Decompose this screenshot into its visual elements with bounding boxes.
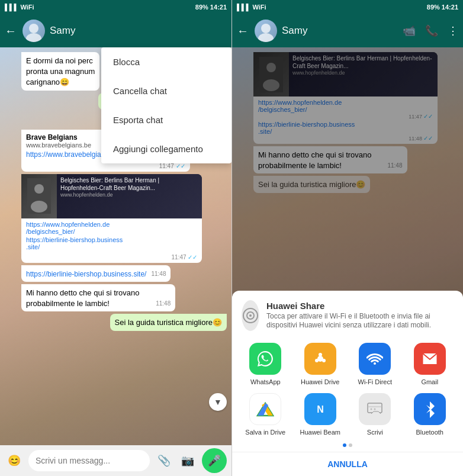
wifi-icon: WiFi [20, 4, 34, 11]
avatar-left [22, 20, 45, 42]
cancel-button[interactable]: ANNULLA [232, 452, 463, 476]
card-bubble-2: Belgisches Bier: Berlins Bar Herman | Ho… [21, 174, 202, 263]
msg-bubble-1: E dormi da noi percpronta una magnumcari… [21, 52, 99, 91]
left-panel: ▌▌▌ WiFi 89% 14:21 ← Samy E dormi da noi… [0, 0, 232, 476]
status-bar-right: ▌▌▌ WiFi 89% 14:21 [232, 0, 463, 14]
contact-name-left: Samy [50, 25, 227, 37]
menu-item-esporta[interactable]: Esporta chat [101, 105, 232, 134]
chat-area-right: Belgisches Bier: Berlins Bar Herman | Ho… [232, 47, 463, 476]
card2-link1[interactable]: https://www.hopfenhelden.de/belgisches_b… [26, 221, 197, 235]
wifi-icon-r: WiFi [252, 4, 266, 11]
svg-point-15 [322, 359, 326, 362]
status-right: 89% 14:21 [195, 4, 227, 11]
msg-row-4: Belgisches Bier: Berlins Bar Herman | Ho… [5, 174, 227, 263]
msg-bubble-7: Sei la guida turistica migliore😊 [110, 314, 227, 330]
svg-point-5 [261, 24, 271, 33]
status-right-r: 89% 14:21 [427, 4, 458, 11]
msg-row-5: https://bierlinie-biershop.business.site… [5, 265, 227, 282]
msg-bubble-5: https://bierlinie-biershop.business.site… [21, 265, 171, 282]
share-overlay: Huawei Share Tocca per attivare il Wi-Fi… [232, 47, 463, 476]
msg-time-6: 11:48 [156, 300, 171, 308]
gmail-icon [414, 343, 446, 375]
svg-point-14 [319, 353, 322, 356]
share-bluetooth[interactable]: Bluetooth [406, 393, 454, 436]
battery-status: 89% [195, 4, 208, 11]
huawei-beam-label: Huawei Beam [300, 429, 340, 436]
share-huawei-beam[interactable]: N Huawei Beam [297, 393, 345, 436]
time-left: 14:21 [210, 4, 227, 11]
menu-item-aggiungi[interactable]: Aggiungi collegamento [101, 134, 232, 163]
chat-input-bar: 😊 📎 📷 🎤 [0, 445, 232, 476]
whatsapp-icon [249, 343, 281, 375]
time-right: 14:21 [442, 4, 458, 11]
right-panel: ▌▌▌ WiFi 89% 14:21 ← Samy 📹 📞 ⋮ [232, 0, 463, 476]
svg-point-16 [315, 359, 319, 362]
dot-1 [343, 443, 346, 447]
header-icons-right: 📹 📞 ⋮ [403, 24, 458, 37]
svg-point-6 [258, 33, 274, 42]
card2-link2[interactable]: https://bierlinie-biershop.business.site… [26, 236, 197, 250]
bluetooth-label: Bluetooth [416, 429, 443, 436]
wifi-direct-icon [359, 343, 391, 375]
huawei-share-text: Huawei Share Tocca per attivare il Wi-Fi… [266, 301, 454, 330]
card2-title: Belgisches Bier: Berlins Bar Herman | Ho… [60, 176, 198, 192]
chat-header-left: ← Samy [0, 14, 232, 47]
context-menu: Blocca Cancella chat Esporta chat Aggiun… [101, 47, 232, 163]
msg-text-6: Mi hanno detto che qui si trovano probab… [26, 288, 140, 308]
msg-row-6: Mi hanno detto che qui si trovano probab… [5, 284, 227, 311]
svg-point-4 [31, 201, 47, 213]
signal-icon-r: ▌▌▌ [237, 4, 250, 11]
share-wifi-direct[interactable]: Wi-Fi Direct [351, 343, 399, 386]
attach-button[interactable]: 📎 [155, 451, 173, 470]
huawei-share-icon [242, 300, 259, 331]
mic-button[interactable]: 🎤 [202, 448, 227, 473]
video-call-icon[interactable]: 📹 [403, 24, 416, 37]
svg-point-3 [34, 184, 44, 194]
msg-text-1: E dormi da noi percpronta una magnumcari… [26, 56, 95, 88]
more-options-icon[interactable]: ⋮ [448, 24, 458, 37]
call-icon[interactable]: 📞 [425, 24, 438, 37]
wifi-direct-label: Wi-Fi Direct [358, 378, 392, 386]
status-left: ▌▌▌ WiFi [5, 4, 34, 11]
status-bar-left: ▌▌▌ WiFi 89% 14:21 [0, 0, 232, 14]
share-drive[interactable]: Salva in Drive [242, 393, 290, 436]
huawei-share-desc: Tocca per attivare il Wi-Fi e il Bluetoo… [266, 312, 454, 330]
emoji-button[interactable]: 😊 [5, 451, 24, 470]
card-time-1: 11:47 ✓✓ [159, 163, 185, 169]
share-whatsapp[interactable]: WhatsApp [242, 343, 290, 386]
msg-time-5: 11:48 [151, 270, 166, 278]
huawei-drive-icon [304, 343, 336, 375]
huawei-share-title: Huawei Share [266, 301, 454, 311]
svg-text:N: N [317, 404, 324, 414]
gmail-label: Gmail [421, 378, 438, 386]
signal-icon: ▌▌▌ [5, 4, 18, 11]
share-huawei-drive[interactable]: Huawei Drive [297, 343, 345, 386]
share-dialog: Huawei Share Tocca per attivare il Wi-Fi… [232, 291, 463, 476]
share-gmail[interactable]: Gmail [406, 343, 454, 386]
svg-point-0 [29, 24, 38, 33]
message-input[interactable] [28, 450, 150, 471]
camera-button[interactable]: 📷 [178, 451, 197, 470]
drive-label: Salva in Drive [245, 429, 285, 436]
write-label: Scrivi [367, 429, 383, 436]
battery-r: 89% [427, 4, 440, 11]
avatar-right [255, 20, 277, 42]
share-write[interactable]: Scrivi [351, 393, 399, 436]
huawei-share-header: Huawei Share Tocca per attivare il Wi-Fi… [242, 300, 454, 331]
share-dots [242, 443, 454, 447]
msg-bubble-6: Mi hanno detto che qui si trovano probab… [21, 284, 175, 311]
back-button[interactable]: ← [5, 24, 17, 38]
svg-point-12 [249, 314, 252, 317]
back-button-right[interactable]: ← [237, 24, 249, 38]
menu-item-blocca[interactable]: Blocca [101, 47, 232, 76]
drive-icon [249, 393, 281, 425]
huawei-drive-label: Huawei Drive [301, 378, 339, 386]
scroll-down-button[interactable]: ▼ [209, 393, 227, 411]
svg-point-1 [26, 33, 41, 42]
chat-header-right: ← Samy 📹 📞 ⋮ [232, 14, 463, 47]
msg-row-7: Sei la guida turistica migliore😊 [5, 314, 227, 330]
msg-link-5[interactable]: https://bierlinie-biershop.business.site… [26, 270, 146, 278]
msg-text-7: Sei la guida turistica migliore😊 [115, 318, 222, 327]
menu-item-cancella[interactable]: Cancella chat [101, 76, 232, 105]
card2-sub: www.hopfenhelden.de [60, 192, 198, 198]
